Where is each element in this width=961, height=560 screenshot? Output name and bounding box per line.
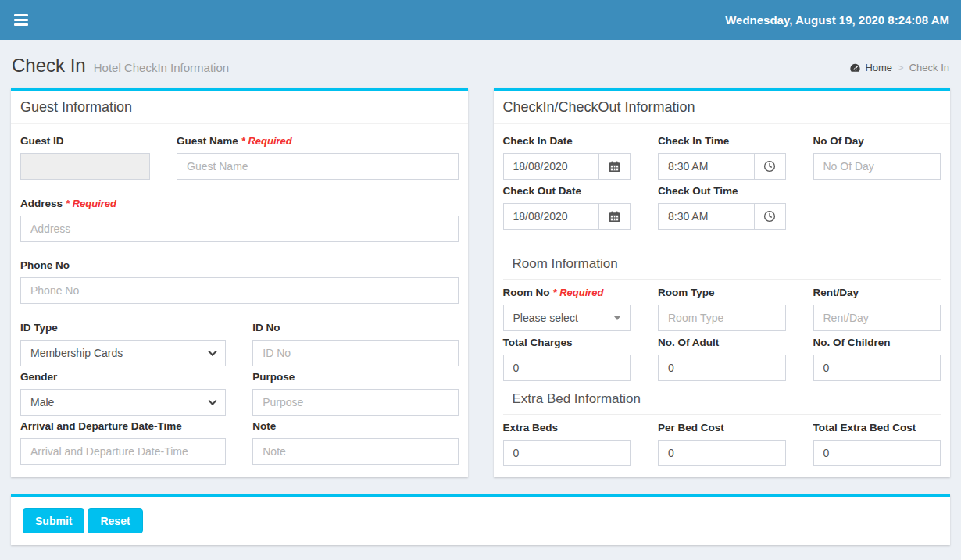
breadcrumb-home-link[interactable]: Home: [849, 62, 892, 73]
phone-no-input[interactable]: [20, 277, 459, 304]
extra-bed-information-title: Extra Bed Information: [503, 391, 941, 415]
total-charges-label: Total Charges: [503, 337, 631, 348]
reset-button[interactable]: Reset: [88, 508, 142, 533]
guest-panel-title: Guest Information: [11, 91, 468, 124]
check-in-time-label: Check In Time: [658, 135, 786, 147]
calendar-icon[interactable]: [599, 203, 631, 230]
action-bar: Submit Reset: [11, 494, 950, 545]
check-in-date-input[interactable]: [503, 153, 600, 180]
arrival-departure-input[interactable]: [20, 438, 226, 465]
check-out-date-input[interactable]: [503, 203, 600, 230]
room-no-select[interactable]: Please select: [503, 305, 631, 331]
guest-id-label: Guest ID: [20, 135, 150, 147]
check-out-time-label: Check Out Time: [658, 185, 786, 197]
total-extra-bed-cost-label: Total Extra Bed Cost: [813, 422, 941, 433]
page-subtitle: Hotel CheckIn Information: [94, 61, 229, 74]
id-no-input[interactable]: [252, 340, 458, 366]
address-label: Address: [20, 198, 63, 209]
guest-information-panel: Guest Information Guest ID Guest Name* R…: [11, 88, 468, 477]
no-of-children-label: No. Of Children: [813, 337, 941, 348]
total-extra-bed-cost-input[interactable]: [813, 440, 941, 466]
note-label: Note: [252, 420, 458, 432]
tachometer-icon: [849, 62, 861, 73]
no-of-adult-label: No. Of Adult: [658, 337, 786, 348]
id-no-label: ID No: [252, 322, 458, 334]
guest-name-required: * Required: [241, 135, 292, 147]
rent-day-input[interactable]: [813, 305, 941, 331]
per-bed-cost-label: Per Bed Cost: [658, 422, 786, 433]
menu-icon[interactable]: [12, 10, 30, 30]
top-navbar: Wednesday, August 19, 2020 8:24:08 AM: [0, 0, 961, 40]
breadcrumb-current: Check In: [909, 62, 949, 73]
extra-beds-input[interactable]: [503, 440, 631, 466]
check-out-time-input[interactable]: [658, 203, 755, 230]
no-of-day-label: No Of Day: [813, 135, 941, 147]
guest-name-input[interactable]: [177, 153, 459, 180]
total-charges-input[interactable]: [503, 355, 631, 381]
current-datetime: Wednesday, August 19, 2020 8:24:08 AM: [725, 13, 949, 27]
purpose-label: Purpose: [252, 371, 458, 383]
no-of-day-input[interactable]: [813, 153, 941, 180]
room-no-label: Room No: [503, 287, 550, 298]
note-input[interactable]: [252, 438, 458, 465]
check-in-time-input[interactable]: [658, 153, 755, 180]
calendar-icon[interactable]: [599, 153, 631, 180]
extra-beds-label: Extra Beds: [503, 422, 631, 433]
room-no-required: * Required: [553, 287, 604, 298]
per-bed-cost-input[interactable]: [658, 440, 786, 466]
gender-label: Gender: [20, 371, 226, 383]
address-required: * Required: [66, 198, 116, 209]
breadcrumb-separator: >: [898, 62, 904, 73]
guest-name-label: Guest Name: [177, 135, 238, 147]
check-out-date-label: Check Out Date: [503, 185, 631, 197]
check-in-date-label: Check In Date: [503, 135, 631, 147]
room-type-label: Room Type: [658, 287, 786, 298]
arrival-departure-label: Arrival and Departure Date-Time: [20, 420, 226, 432]
purpose-input[interactable]: [252, 389, 458, 416]
clock-icon[interactable]: [755, 153, 786, 180]
breadcrumb: Home > Check In: [849, 62, 949, 77]
address-input[interactable]: [20, 216, 459, 242]
checkin-checkout-panel: CheckIn/CheckOut Information Check In Da…: [494, 88, 951, 477]
id-type-select[interactable]: Membership Cards: [20, 340, 226, 366]
page-header: Check In Hotel CheckIn Information Home …: [12, 55, 949, 77]
no-of-children-input[interactable]: [813, 355, 941, 381]
no-of-adult-input[interactable]: [658, 355, 786, 381]
id-type-label: ID Type: [20, 322, 226, 334]
clock-icon[interactable]: [755, 203, 786, 230]
room-information-title: Room Information: [503, 256, 941, 280]
gender-select[interactable]: Male: [20, 389, 226, 416]
guest-id-input[interactable]: [20, 153, 150, 180]
submit-button[interactable]: Submit: [23, 508, 84, 533]
phone-no-label: Phone No: [20, 259, 459, 271]
checkin-panel-title: CheckIn/CheckOut Information: [494, 91, 951, 124]
room-type-input[interactable]: [658, 305, 786, 331]
page-title: Check In: [12, 55, 86, 77]
rent-day-label: Rent/Day: [813, 287, 941, 298]
